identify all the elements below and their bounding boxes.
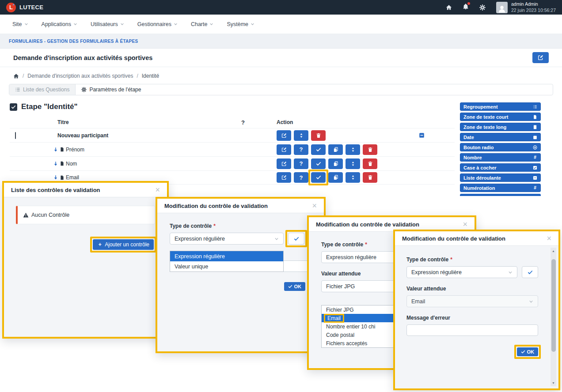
notifications-button[interactable] (463, 4, 469, 11)
move-question-button[interactable] (346, 172, 360, 183)
edit-question-button[interactable] (277, 144, 291, 155)
help-question-button[interactable]: ? (294, 158, 308, 169)
notification-dot (467, 2, 470, 5)
edit-group-button[interactable] (277, 130, 291, 141)
breadcrumb-form[interactable]: Demande d'inscription aux activités spor… (27, 73, 133, 79)
close-icon[interactable]: × (312, 202, 317, 210)
tab-parametres-etape[interactable]: Paramètres de l'étape (76, 84, 147, 95)
col-header-action: Action (256, 119, 455, 125)
toolbox-item-zone-texte-long[interactable]: Zone de texte long (460, 123, 541, 131)
tab-liste-des-questions[interactable]: Liste des Questions (9, 84, 76, 95)
copy-question-button[interactable] (328, 144, 343, 155)
check-icon (316, 161, 321, 166)
list-icon (533, 105, 537, 109)
annotation-email-option: Email (324, 314, 344, 323)
help-question-button[interactable]: ? (294, 172, 308, 183)
scrollbar-thumb[interactable] (551, 259, 556, 352)
sort-icon (299, 133, 304, 138)
confirm-type-button[interactable] (288, 233, 304, 245)
toolbox-item-regroupement[interactable]: Regroupement (460, 102, 541, 111)
check-icon (521, 350, 525, 354)
modal-scrollbar[interactable]: ▲ ▼ (551, 248, 556, 386)
edit-icon (281, 175, 287, 180)
toolbox-label: Regroupement (463, 104, 498, 109)
edit-question-button[interactable] (277, 158, 291, 169)
gear-icon[interactable] (479, 4, 486, 11)
calendar-icon (533, 135, 537, 139)
toolbox-item-bouton-radio[interactable]: Bouton radio (460, 143, 541, 151)
toolbox-item-numerotation[interactable]: Numérotation# (460, 184, 541, 192)
menu-applications[interactable]: Applications (42, 21, 77, 27)
scroll-down-icon[interactable]: ▼ (551, 380, 556, 386)
avatar (496, 2, 508, 13)
annotation-validation-button (308, 170, 328, 185)
ok-button[interactable]: OK (284, 282, 306, 291)
move-question-button[interactable] (346, 158, 360, 169)
delete-group-button[interactable] (311, 130, 326, 141)
collapse-group-button[interactable] (419, 132, 425, 138)
delete-question-button[interactable] (363, 172, 377, 183)
move-question-button[interactable] (346, 144, 360, 155)
toolbox-label: Numérotation (463, 185, 495, 191)
help-question-button[interactable]: ? (294, 144, 308, 155)
confirm-type-button[interactable] (522, 266, 538, 278)
delete-question-button[interactable] (363, 144, 377, 155)
toolbox-item-case-a-cocher[interactable]: Case à cocher (460, 163, 541, 172)
close-icon[interactable]: × (155, 186, 160, 194)
empty-controls-alert: Aucun Contrôle (16, 206, 155, 224)
error-message-input[interactable] (406, 324, 538, 336)
ok-label: OK (527, 349, 535, 354)
brand[interactable]: L LUTECE (6, 3, 43, 12)
row-checkbox[interactable] (15, 132, 16, 139)
option-valeur-unique[interactable]: Valeur unique (170, 261, 283, 271)
down-arrow-icon[interactable] (53, 147, 58, 152)
menu-utilisateurs[interactable]: Utilisateurs (91, 21, 124, 27)
table-row-group: Nouveau participant (10, 128, 455, 142)
edit-form-button[interactable] (532, 52, 549, 63)
step-checkbox[interactable] (10, 103, 17, 111)
delete-question-button[interactable] (363, 158, 377, 169)
feature-breadcrumb[interactable]: FORMULAIRES - GESTION DES FORMULAIRES À … (9, 39, 138, 44)
chevron-down-icon (529, 299, 533, 304)
menu-site[interactable]: Site (12, 21, 28, 27)
home-icon[interactable] (13, 73, 19, 79)
file-lines-icon (533, 125, 537, 129)
type-label: Type de contrôle (321, 241, 363, 248)
modal-title: Modification du contrôle de validation (164, 203, 268, 209)
menu-systeme[interactable]: Système (227, 21, 254, 27)
toolbox-item-partial[interactable] (460, 194, 541, 196)
close-icon[interactable]: × (463, 220, 467, 228)
close-icon[interactable]: × (547, 234, 551, 242)
copy-question-button[interactable] (328, 158, 343, 169)
scroll-up-icon[interactable]: ▲ (551, 248, 556, 254)
toolbox-item-nombre[interactable]: Nombre# (460, 153, 541, 162)
move-group-button[interactable] (294, 130, 308, 141)
home-icon[interactable] (446, 4, 452, 11)
value-label: Valeur attendue (406, 286, 446, 292)
ok-button[interactable]: OK (517, 347, 539, 356)
validation-question-button[interactable] (311, 144, 326, 155)
validation-question-button[interactable] (311, 158, 326, 169)
toolbox-item-date[interactable]: Date (460, 133, 541, 141)
user-menu[interactable]: admin Admin 22 juin 2023 10:56:27 (496, 1, 556, 13)
add-control-button[interactable]: + Ajouter un contrôle (93, 239, 154, 250)
edit-question-button[interactable] (277, 172, 291, 183)
copy-question-button[interactable] (328, 172, 343, 183)
down-arrow-icon[interactable] (53, 161, 58, 166)
toolbox-item-liste-deroulante[interactable]: Liste déroulante (460, 173, 541, 182)
validation-question-button[interactable] (311, 172, 326, 183)
down-arrow-icon[interactable] (53, 175, 58, 180)
minus-square-icon (419, 132, 425, 138)
value-select[interactable]: Email (406, 295, 538, 307)
toolbox-item-zone-texte-court[interactable]: Zone de texte court (460, 113, 541, 121)
type-select[interactable]: Expression régulière (170, 233, 284, 245)
file-icon (60, 161, 65, 166)
option-expression-reguliere[interactable]: Expression régulière (170, 251, 283, 261)
check-icon (11, 105, 16, 109)
type-select[interactable]: Expression régulière (406, 266, 517, 278)
table-row-question: Prénom ? (10, 142, 455, 156)
menu-gestionnaires[interactable]: Gestionnaires (137, 21, 178, 27)
ok-label: OK (294, 284, 302, 289)
menu-charte[interactable]: Charte (191, 21, 214, 27)
required-asterisk: * (450, 256, 452, 263)
